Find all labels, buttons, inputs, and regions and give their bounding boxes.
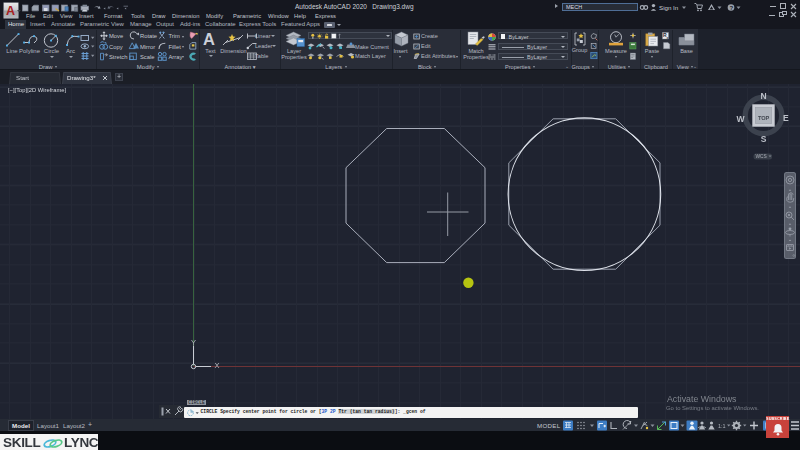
svg-text:E: E [783,113,789,123]
svg-text:?: ? [729,5,733,11]
svg-text:Y: Y [191,338,196,347]
svg-text:N: N [760,91,766,101]
svg-text:W: W [736,114,745,124]
svg-text:Sign In: Sign In [659,4,679,11]
svg-text:TOP: TOP [758,115,770,121]
svg-text:WCS: WCS [755,154,766,159]
svg-text:1:1: 1:1 [718,422,726,428]
svg-text:X: X [214,361,219,370]
svg-text:x: x [666,36,668,40]
svg-text:S: S [761,134,767,144]
